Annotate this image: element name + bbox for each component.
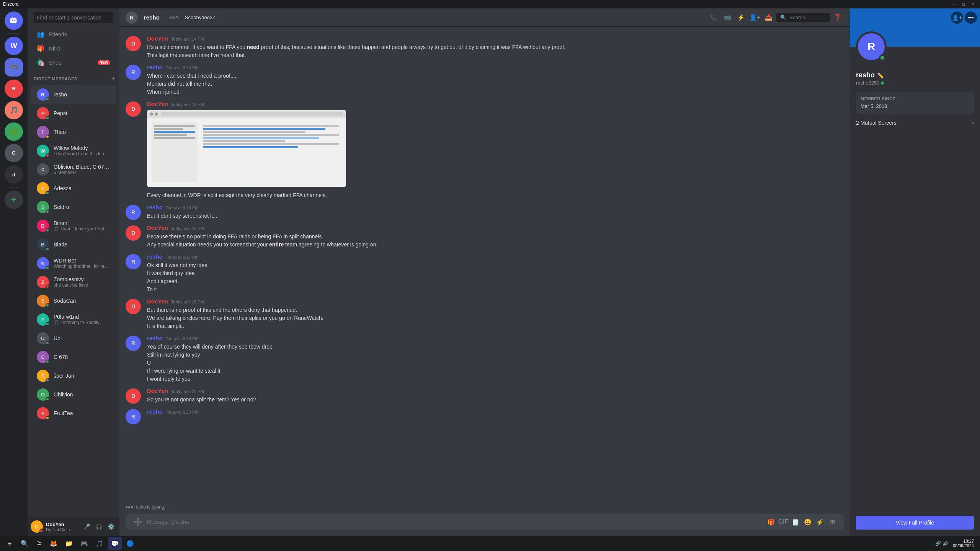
dot-1 bbox=[150, 112, 153, 116]
add-dm-button[interactable]: + bbox=[110, 76, 116, 82]
dm-item-theo[interactable]: T Theo bbox=[31, 123, 116, 141]
message-input[interactable] bbox=[147, 514, 763, 530]
attach-button[interactable]: ➕ bbox=[132, 516, 144, 528]
dm-item-c678[interactable]: C C 678 bbox=[31, 348, 116, 366]
search-bar[interactable]: 🔍 Search bbox=[776, 13, 830, 22]
gift-button[interactable]: 🎁 bbox=[766, 517, 776, 527]
taskbar-firefox[interactable]: 🦊 bbox=[47, 537, 60, 550]
profile-name: resho bbox=[856, 71, 875, 79]
boost-button[interactable]: ⚡ bbox=[735, 11, 747, 24]
phone-button[interactable]: 📞 bbox=[707, 11, 720, 24]
avatar-oblivion2: O bbox=[37, 388, 49, 401]
sticker-button[interactable]: 🗒️ bbox=[790, 517, 801, 527]
dm-item-zombies[interactable]: Z Zombiesnivy she cant be fixed bbox=[31, 273, 116, 291]
profile-panel: 👤+ ••• R resho ✏️ resho3259 Member Since bbox=[850, 8, 980, 536]
message-timestamp-5: Today at 6:16 PM bbox=[166, 205, 199, 210]
dm-item-blade[interactable]: B Blade bbox=[31, 235, 116, 254]
message-author-11: resho bbox=[147, 408, 163, 415]
server-divider bbox=[8, 33, 20, 34]
close-btn[interactable]: ✕ bbox=[969, 2, 977, 7]
titlebar-controls[interactable]: — □ ✕ bbox=[949, 2, 977, 7]
shop-new-badge: NEW bbox=[98, 60, 110, 65]
dm-item-adesza[interactable]: A Adesza bbox=[31, 179, 116, 197]
screenshot-topbar bbox=[147, 110, 346, 118]
profile-add-btn[interactable]: 👤+ bbox=[951, 11, 963, 24]
profile-more-btn[interactable]: ••• bbox=[965, 11, 977, 24]
network-icon[interactable]: 🔗 bbox=[935, 541, 941, 546]
status-dot-polarwind bbox=[46, 322, 49, 326]
dm-item-sperjan[interactable]: Š šper Jan bbox=[31, 367, 116, 385]
status-dot-c678 bbox=[46, 360, 49, 364]
profile-avatar: R bbox=[856, 31, 887, 62]
taskbar-task-view[interactable]: 🗂 bbox=[33, 537, 45, 550]
dm-info-pepsi: Pepsi bbox=[54, 110, 110, 116]
sound-icon[interactable]: 🔊 bbox=[942, 541, 948, 546]
server-icon-6[interactable]: G bbox=[5, 144, 23, 162]
inbox-button[interactable]: 📥 bbox=[763, 11, 775, 24]
apps-button[interactable]: ⊞ bbox=[827, 517, 838, 527]
dm-item-resho[interactable]: R resho bbox=[31, 85, 116, 104]
start-button[interactable]: ⊞ bbox=[3, 537, 16, 550]
avatar-oblivion-group: O bbox=[37, 163, 49, 176]
titlebar-title: Discord bbox=[3, 2, 949, 7]
nitro-button[interactable]: ⚡ bbox=[815, 517, 825, 527]
help-button[interactable]: ❓ bbox=[831, 11, 844, 24]
dm-item-sodacan[interactable]: S SodaCan bbox=[31, 292, 116, 310]
server-icon-3[interactable]: R bbox=[5, 80, 23, 98]
view-full-profile-button[interactable]: View Full Profile bbox=[856, 516, 974, 530]
avatar-binah: B bbox=[37, 220, 49, 232]
server-icon-2[interactable]: 🎮 bbox=[5, 58, 23, 77]
taskbar-steam[interactable]: 🎮 bbox=[77, 537, 91, 550]
taskbar-search[interactable]: 🔍 bbox=[18, 537, 31, 550]
server-icon-d[interactable]: d bbox=[5, 165, 23, 184]
messages-container[interactable]: D DocYen Today at 6:14 PM It's a split c… bbox=[119, 27, 850, 504]
dm-item-fruittea[interactable]: F FruitTea bbox=[31, 404, 116, 422]
dm-item-pepsi[interactable]: P Pepsi bbox=[31, 104, 116, 122]
dm-item-wdrbot[interactable]: W WDR Bot Watching !modmail for reports bbox=[31, 254, 116, 272]
dm-info-seldru: Seldru bbox=[54, 204, 110, 210]
server-icon-add[interactable]: + bbox=[5, 191, 23, 209]
taskbar-discord[interactable]: 💬 bbox=[108, 537, 122, 550]
profile-online-dot bbox=[879, 54, 886, 61]
minimize-btn[interactable]: — bbox=[949, 2, 958, 7]
dm-section-label: DIRECT MESSAGES + bbox=[28, 70, 119, 83]
add-friend-button[interactable]: 👤+ bbox=[749, 11, 761, 24]
dm-item-ubi[interactable]: U Ubi bbox=[31, 329, 116, 347]
video-button[interactable]: 📹 bbox=[721, 11, 733, 24]
taskbar-explorer[interactable]: 📁 bbox=[62, 537, 76, 550]
server-icon-1[interactable]: W bbox=[5, 37, 23, 55]
message-content-4: Every channel in WDR is split except the… bbox=[147, 191, 844, 199]
dm-item-binah[interactable]: B Binah! 🎵 I won't leave you! Not this .… bbox=[31, 217, 116, 235]
settings-button[interactable]: ⚙️ bbox=[106, 521, 116, 532]
server-icon-4[interactable]: 🎵 bbox=[5, 101, 23, 119]
dm-item-seldru[interactable]: S Seldru bbox=[31, 198, 116, 216]
taskbar-clock[interactable]: 18:27 09/09/2024 bbox=[950, 539, 977, 548]
search-input[interactable] bbox=[34, 12, 113, 23]
nav-item-nitro[interactable]: 🎁 Nitro bbox=[31, 42, 116, 55]
dm-item-oblivion-group[interactable]: O Oblivion, Blade, C 678... 5 Members bbox=[31, 160, 116, 179]
mic-button[interactable]: 🎤 bbox=[81, 521, 92, 532]
server-icon-home[interactable] bbox=[5, 11, 23, 30]
taskbar-spotify[interactable]: 🎵 bbox=[93, 537, 106, 550]
mutual-servers-row[interactable]: 2 Mutual Servers › bbox=[850, 117, 980, 129]
message-body-7: Ok still it was not my idea It was third… bbox=[147, 261, 844, 293]
user-tag: Do Not Distu... bbox=[46, 527, 78, 532]
dm-item-oblivion2[interactable]: O Oblivion bbox=[31, 385, 116, 404]
status-dot-zombies bbox=[46, 285, 49, 289]
status-dot-binah bbox=[46, 228, 49, 232]
message-content-1: DocYen Today at 6:14 PM It's a split cha… bbox=[147, 35, 844, 59]
status-dot-fruittea bbox=[46, 416, 49, 420]
taskbar: ⊞ 🔍 🗂 🦊 📁 🎮 🎵 💬 🔵 🔗 🔊 18:27 09/09/2024 bbox=[0, 536, 980, 551]
taskbar-app2[interactable]: 🔵 bbox=[123, 537, 137, 550]
emoji-button[interactable]: 😀 bbox=[802, 517, 813, 527]
dm-item-willow[interactable]: W Willow Melody I don't want to be this … bbox=[31, 142, 116, 160]
nav-item-shop[interactable]: 🛍️ Shop NEW bbox=[31, 56, 116, 69]
server-icon-5[interactable]: 🌿 bbox=[5, 122, 23, 141]
maximize-btn[interactable]: □ bbox=[960, 2, 967, 7]
status-dot-oblivion2 bbox=[46, 397, 49, 401]
nav-item-friends[interactable]: 👥 Friends bbox=[31, 28, 116, 41]
dm-item-polarwind[interactable]: P P0larw1nd 🎵 Listening to Spotify bbox=[31, 310, 116, 329]
gif-button[interactable]: GIF bbox=[778, 517, 789, 527]
user-info: DocYen Do Not Distu... bbox=[46, 522, 78, 532]
headset-button[interactable]: 🎧 bbox=[93, 521, 104, 532]
